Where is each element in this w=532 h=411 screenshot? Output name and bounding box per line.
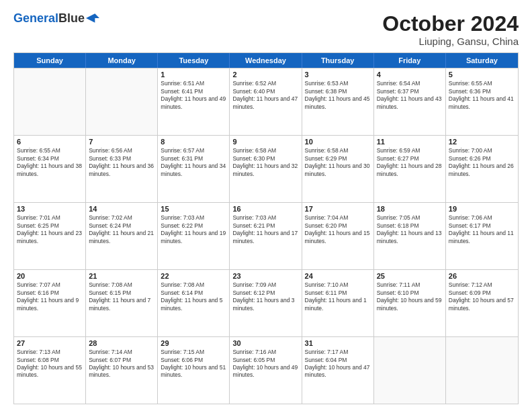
- cal-day-number: 2: [232, 71, 298, 79]
- cal-cell-text: Sunset: 6:26 PM: [449, 155, 515, 163]
- cal-day-number: 27: [17, 339, 83, 347]
- cal-cell-text: Sunrise: 7:16 AM: [232, 349, 298, 356]
- cal-cell-text: Sunset: 6:11 PM: [305, 289, 371, 297]
- cal-cell-text: Sunset: 6:38 PM: [305, 88, 371, 95]
- page-subtitle: Liuping, Gansu, China: [382, 36, 519, 47]
- cal-cell-text: Sunrise: 7:12 AM: [449, 281, 515, 289]
- cal-cell: [374, 337, 446, 404]
- cal-cell-text: Sunset: 6:17 PM: [449, 222, 515, 230]
- cal-cell-text: Daylight: 11 hours and 26 minutes.: [449, 163, 515, 178]
- cal-cell-text: Sunset: 6:29 PM: [305, 155, 371, 163]
- cal-cell-text: Sunrise: 7:04 AM: [305, 214, 371, 222]
- cal-cell: 16Sunrise: 7:03 AMSunset: 6:21 PMDayligh…: [230, 203, 302, 269]
- cal-cell: [14, 68, 86, 135]
- cal-cell-text: Daylight: 11 hours and 19 minutes.: [161, 230, 226, 245]
- page-title: October 2024: [382, 12, 519, 36]
- cal-cell-text: Sunrise: 7:02 AM: [89, 214, 154, 222]
- calendar: SundayMondayTuesdayWednesdayThursdayFrid…: [13, 52, 519, 404]
- cal-cell-text: Sunset: 6:16 PM: [17, 289, 83, 297]
- cal-day-number: 11: [377, 138, 443, 146]
- cal-cell-text: Daylight: 10 hours and 51 minutes.: [161, 364, 226, 379]
- logo-text: GeneralBlue: [13, 12, 85, 24]
- cal-cell: 31Sunrise: 7:17 AMSunset: 6:04 PMDayligh…: [302, 337, 374, 404]
- cal-cell-text: Daylight: 10 hours and 59 minutes.: [377, 297, 443, 312]
- cal-cell-text: Daylight: 11 hours and 47 minutes.: [232, 95, 298, 111]
- cal-day-number: 19: [449, 205, 515, 213]
- cal-cell-text: Sunrise: 6:55 AM: [17, 147, 83, 154]
- cal-cell: 18Sunrise: 7:05 AMSunset: 6:18 PMDayligh…: [374, 203, 446, 269]
- header: GeneralBlue October 2024 Liuping, Gansu,…: [13, 12, 519, 47]
- cal-cell-text: Sunrise: 7:11 AM: [377, 281, 443, 289]
- cal-day-number: 30: [232, 339, 298, 347]
- cal-cell-text: Sunrise: 7:17 AM: [305, 349, 371, 356]
- cal-week-2: 13Sunrise: 7:01 AMSunset: 6:25 PMDayligh…: [14, 202, 518, 269]
- cal-cell-text: Sunset: 6:24 PM: [89, 222, 154, 230]
- logo: GeneralBlue: [13, 12, 99, 24]
- cal-cell: 23Sunrise: 7:09 AMSunset: 6:12 PMDayligh…: [230, 270, 302, 336]
- cal-cell-text: Sunrise: 6:51 AM: [161, 80, 226, 87]
- cal-day-number: 23: [232, 272, 298, 280]
- cal-cell-text: Sunset: 6:14 PM: [161, 289, 226, 297]
- logo-general: General: [13, 11, 58, 25]
- cal-cell-text: Sunrise: 7:03 AM: [232, 214, 298, 222]
- cal-day-number: 28: [89, 339, 154, 347]
- cal-cell-text: Sunrise: 6:58 AM: [305, 147, 371, 154]
- cal-week-1: 6Sunrise: 6:55 AMSunset: 6:34 PMDaylight…: [14, 135, 518, 202]
- cal-cell-text: Daylight: 10 hours and 57 minutes.: [449, 297, 515, 312]
- cal-cell-text: Sunrise: 7:14 AM: [89, 349, 154, 356]
- cal-cell-text: Sunrise: 6:56 AM: [89, 147, 154, 154]
- cal-cell-text: Sunrise: 7:15 AM: [161, 349, 226, 356]
- cal-cell-text: Daylight: 11 hours and 45 minutes.: [305, 95, 371, 111]
- cal-cell-text: Sunrise: 7:01 AM: [17, 214, 83, 222]
- cal-cell-text: Sunset: 6:27 PM: [377, 155, 443, 163]
- cal-cell-text: Sunset: 6:31 PM: [161, 155, 226, 163]
- cal-cell-text: Sunset: 6:25 PM: [17, 222, 83, 230]
- cal-cell-text: Daylight: 11 hours and 15 minutes.: [305, 230, 371, 245]
- cal-day-number: 10: [305, 138, 371, 146]
- cal-cell: 14Sunrise: 7:02 AMSunset: 6:24 PMDayligh…: [86, 203, 158, 269]
- cal-cell-text: Daylight: 11 hours and 38 minutes.: [17, 163, 83, 178]
- cal-cell: 25Sunrise: 7:11 AMSunset: 6:10 PMDayligh…: [374, 270, 446, 336]
- logo-icon: [86, 13, 99, 23]
- cal-day-number: 13: [17, 205, 83, 213]
- cal-cell-text: Daylight: 11 hours and 34 minutes.: [161, 163, 226, 178]
- cal-cell-text: Sunrise: 7:13 AM: [17, 349, 83, 356]
- cal-cell-text: Sunset: 6:06 PM: [161, 357, 226, 364]
- cal-cell-text: Sunrise: 7:09 AM: [232, 281, 298, 289]
- cal-cell-text: Sunset: 6:15 PM: [89, 289, 154, 297]
- cal-cell: 19Sunrise: 7:06 AMSunset: 6:17 PMDayligh…: [446, 203, 518, 269]
- calendar-body: 1Sunrise: 6:51 AMSunset: 6:41 PMDaylight…: [14, 68, 518, 404]
- cal-header-cell-thursday: Thursday: [302, 53, 374, 68]
- cal-day-number: 24: [305, 272, 371, 280]
- cal-cell-text: Daylight: 10 hours and 47 minutes.: [305, 364, 371, 379]
- cal-cell-text: Sunrise: 7:06 AM: [449, 214, 515, 222]
- cal-cell: 27Sunrise: 7:13 AMSunset: 6:08 PMDayligh…: [14, 337, 86, 404]
- cal-cell-text: Daylight: 11 hours and 5 minutes.: [161, 297, 226, 312]
- cal-day-number: 9: [232, 138, 298, 146]
- cal-day-number: 16: [232, 205, 298, 213]
- cal-day-number: 7: [89, 138, 154, 146]
- cal-cell: 11Sunrise: 6:59 AMSunset: 6:27 PMDayligh…: [374, 136, 446, 202]
- cal-cell: 26Sunrise: 7:12 AMSunset: 6:09 PMDayligh…: [446, 270, 518, 336]
- cal-cell: 17Sunrise: 7:04 AMSunset: 6:20 PMDayligh…: [302, 203, 374, 269]
- cal-cell: 1Sunrise: 6:51 AMSunset: 6:41 PMDaylight…: [158, 68, 230, 135]
- cal-cell-text: Sunset: 6:08 PM: [17, 357, 83, 364]
- logo-blue: Blue: [58, 11, 85, 25]
- svg-marker-0: [86, 13, 99, 22]
- cal-cell-text: Sunset: 6:09 PM: [449, 289, 515, 297]
- cal-cell-text: Sunrise: 6:58 AM: [232, 147, 298, 154]
- cal-day-number: 31: [305, 339, 371, 347]
- cal-cell-text: Daylight: 11 hours and 30 minutes.: [305, 163, 371, 178]
- cal-cell: 13Sunrise: 7:01 AMSunset: 6:25 PMDayligh…: [14, 203, 86, 269]
- cal-day-number: 18: [377, 205, 443, 213]
- cal-cell-text: Sunrise: 7:08 AM: [161, 281, 226, 289]
- cal-cell-text: Sunset: 6:30 PM: [232, 155, 298, 163]
- cal-day-number: 3: [305, 71, 371, 79]
- cal-cell-text: Sunset: 6:41 PM: [161, 88, 226, 95]
- cal-cell-text: Daylight: 11 hours and 36 minutes.: [89, 163, 154, 178]
- cal-day-number: 20: [17, 272, 83, 280]
- cal-cell: 2Sunrise: 6:52 AMSunset: 6:40 PMDaylight…: [230, 68, 302, 135]
- cal-cell-text: Sunset: 6:04 PM: [305, 357, 371, 364]
- title-block: October 2024 Liuping, Gansu, China: [382, 12, 519, 47]
- cal-cell-text: Sunrise: 7:07 AM: [17, 281, 83, 289]
